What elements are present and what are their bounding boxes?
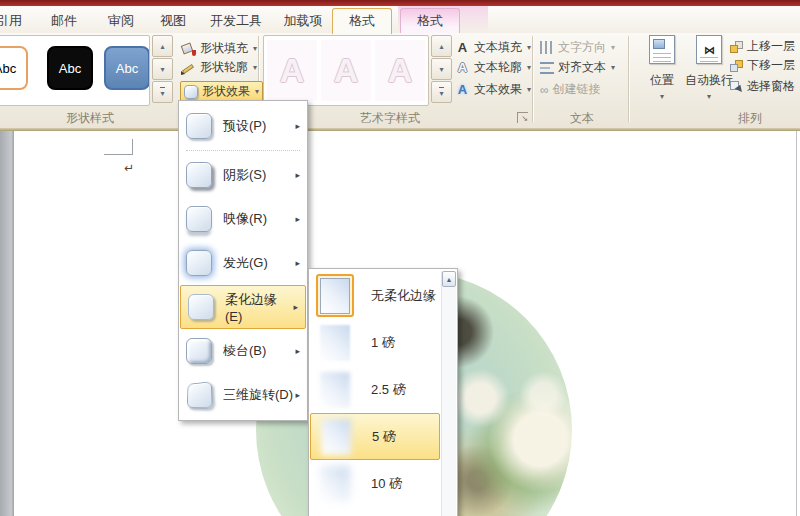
- paint-bucket-icon: [181, 42, 196, 56]
- gallery-more-button[interactable]: ▾: [431, 81, 452, 103]
- submenu-item-5pt[interactable]: 5 磅: [310, 413, 440, 460]
- align-text-button[interactable]: 对齐文本 ▾: [540, 58, 615, 77]
- launcher-arrow-icon: ↘: [521, 114, 528, 123]
- gallery-down-button[interactable]: ▾: [431, 58, 452, 80]
- text-fill-button[interactable]: A 文本填充 ▾: [455, 38, 531, 57]
- menu-item-shadow[interactable]: 阴影(S) ▸: [179, 153, 307, 197]
- position-icon: [649, 35, 675, 64]
- soft-edges-submenu: ▲ 无柔化边缘 1 磅 2.5 磅 5 磅 10 磅: [308, 268, 458, 516]
- tab-format-drawing-tools[interactable]: 格式: [332, 8, 392, 34]
- group-separator: [628, 36, 630, 122]
- 3d-rotation-effect-icon: [187, 381, 213, 408]
- shape-effects-icon: [184, 85, 198, 99]
- no-soft-edges-icon: [316, 274, 354, 317]
- shape-outline-label: 形状轮廓: [200, 59, 248, 76]
- align-text-label: 对齐文本: [558, 59, 606, 76]
- tab-developer[interactable]: 开发工具: [198, 10, 274, 33]
- shape-outline-button[interactable]: 形状轮廓 ▾: [181, 58, 257, 77]
- submenu-item-10pt[interactable]: 10 磅: [309, 460, 457, 507]
- chevron-down-icon: ▾: [707, 92, 711, 101]
- shape-style-thumb-black[interactable]: Abc: [47, 46, 93, 90]
- shape-effects-menu: 预设(P) ▸ 阴影(S) ▸ 映像(R) ▸ 发光(G) ▸ 柔化边缘(E) …: [178, 100, 308, 421]
- menu-item-reflection[interactable]: 映像(R) ▸: [179, 197, 307, 241]
- text-outline-icon: A: [455, 60, 470, 75]
- tab-mailings[interactable]: 邮件: [36, 10, 92, 33]
- ribbon-tab-bar: 引用 邮件 审阅 视图 开发工具 加载项 格式 格式: [0, 6, 800, 33]
- chevron-down-icon: ▾: [255, 87, 259, 96]
- gallery-up-button[interactable]: ▴: [152, 35, 173, 57]
- shape-effects-label: 形状效果: [202, 83, 250, 100]
- shape-style-thumb-outline[interactable]: Abc: [0, 46, 28, 90]
- text-effects-label: 文本效果: [474, 81, 522, 98]
- submenu-arrow-icon: ▸: [295, 258, 300, 268]
- selection-pane-button[interactable]: 选择窗格: [730, 77, 795, 96]
- wrap-text-label: 自动换行: [685, 72, 733, 89]
- pencil-icon: [181, 61, 196, 75]
- chevron-down-icon: ▾: [527, 43, 531, 52]
- group-separator: [532, 36, 534, 122]
- down-arrow-icon: ▾: [439, 65, 443, 74]
- menu-item-label: 映像(R): [223, 210, 295, 228]
- gallery-up-button[interactable]: ▴: [431, 35, 452, 57]
- wordart-thumb[interactable]: A: [321, 40, 371, 101]
- text-direction-button[interactable]: 文字方向 ▾: [540, 38, 615, 57]
- group-label-wordart: 艺术字样式: [320, 110, 460, 127]
- up-arrow-icon: ▴: [160, 42, 164, 51]
- menu-item-preset[interactable]: 预设(P) ▸: [179, 104, 307, 148]
- shape-fill-label: 形状填充: [200, 40, 248, 57]
- text-fill-label: 文本填充: [474, 39, 522, 56]
- tab-references[interactable]: 引用: [0, 10, 34, 33]
- create-link-button[interactable]: ∞ 创建链接: [540, 80, 601, 99]
- chevron-down-icon: ▾: [611, 63, 615, 72]
- reflection-effect-icon: [186, 206, 212, 232]
- chevron-down-icon: ▾: [660, 92, 664, 101]
- preset-effect-icon: [186, 113, 212, 139]
- menu-item-bevel[interactable]: 棱台(B) ▸: [179, 329, 307, 373]
- menu-item-soft-edges[interactable]: 柔化边缘(E) ▸: [180, 285, 306, 329]
- send-backward-label: 下移一层: [747, 57, 795, 74]
- shape-effects-button[interactable]: 形状效果 ▾: [180, 81, 263, 102]
- wordart-gallery: A A A: [263, 35, 429, 106]
- chevron-down-icon: ▾: [253, 44, 257, 53]
- submenu-item-label: 2.5 磅: [371, 381, 406, 399]
- align-text-icon: [540, 62, 554, 74]
- menu-item-label: 阴影(S): [223, 166, 295, 184]
- text-effects-icon: A: [455, 82, 470, 97]
- up-arrow-icon: ▴: [439, 42, 443, 51]
- menu-item-label: 棱台(B): [223, 342, 295, 360]
- shadow-effect-icon: [186, 162, 212, 188]
- submenu-item-1pt[interactable]: 1 磅: [309, 319, 457, 366]
- bring-forward-button[interactable]: 上移一层: [730, 37, 795, 56]
- send-backward-icon: [730, 60, 743, 72]
- bring-forward-label: 上移一层: [747, 38, 795, 55]
- tab-addins[interactable]: 加载项: [272, 10, 334, 33]
- wordart-dialog-launcher[interactable]: ↘: [517, 112, 528, 123]
- shape-style-gallery-spinner: ▴ ▾ ▾: [152, 35, 173, 104]
- send-backward-button[interactable]: 下移一层: [730, 56, 795, 75]
- tab-view[interactable]: 视图: [146, 10, 200, 33]
- menu-item-3d-rotation[interactable]: 三维旋转(D) ▸: [179, 373, 307, 417]
- submenu-item-no-soft-edges[interactable]: 无柔化边缘: [309, 272, 457, 319]
- text-outline-button[interactable]: A 文本轮廓 ▾: [455, 58, 531, 77]
- bevel-effect-icon: [186, 338, 212, 364]
- wordart-thumb[interactable]: A: [375, 40, 425, 101]
- group-label-shape-styles: 形状样式: [20, 110, 160, 127]
- tab-review[interactable]: 审阅: [94, 10, 148, 33]
- group-label-text: 文本: [540, 110, 624, 127]
- menu-item-glow[interactable]: 发光(G) ▸: [179, 241, 307, 285]
- tab-format-picture-tools[interactable]: 格式: [400, 8, 460, 33]
- wrap-text-button[interactable]: ⋈ 自动换行 ▾: [682, 35, 736, 101]
- position-button[interactable]: 位置 ▾: [638, 35, 686, 101]
- submenu-item-2-5pt[interactable]: 2.5 磅: [309, 366, 457, 413]
- gallery-down-button[interactable]: ▾: [152, 58, 173, 80]
- submenu-arrow-icon: ▸: [295, 170, 300, 180]
- gallery-more-button[interactable]: ▾: [152, 81, 173, 103]
- gallery-more-icon: ▾: [439, 87, 443, 98]
- menu-item-label: 预设(P): [223, 117, 295, 135]
- shape-style-thumb-blue[interactable]: Abc: [104, 46, 150, 90]
- submenu-item-label: 10 磅: [371, 475, 402, 493]
- text-fill-icon: A: [455, 40, 470, 55]
- shape-fill-button[interactable]: 形状填充 ▾: [181, 39, 257, 58]
- wordart-thumb[interactable]: A: [267, 40, 317, 101]
- text-effects-button[interactable]: A 文本效果 ▾: [455, 80, 531, 99]
